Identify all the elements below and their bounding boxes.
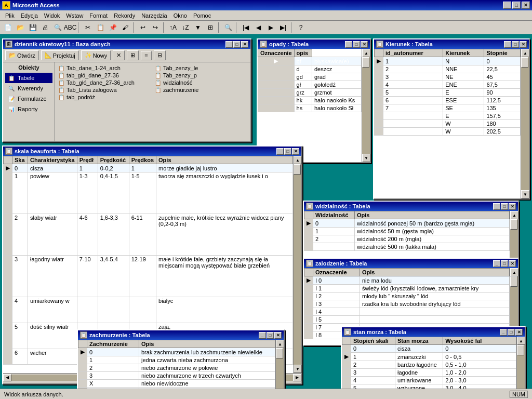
zachmurzenie-close-btn[interactable]: ✕ bbox=[274, 332, 282, 339]
table-row[interactable]: I 2 młody lub " skruszały " lód bbox=[304, 292, 510, 300]
scroll-track[interactable] bbox=[362, 57, 370, 154]
scroll-up-btn[interactable]: ▲ bbox=[521, 49, 529, 57]
tb-copy[interactable]: 📋 bbox=[95, 22, 106, 33]
menu-narzedzia[interactable]: Narzędzia bbox=[138, 11, 170, 20]
table-row[interactable]: hk halo naokoło Ks bbox=[258, 97, 362, 104]
tb-filter[interactable]: ▼ bbox=[192, 22, 204, 33]
table-row[interactable]: X niebo niewidoczne bbox=[78, 380, 275, 388]
table-row[interactable]: 4 ENE 67,5 bbox=[375, 81, 521, 89]
table-row[interactable]: ▶ bf błyskawica(e) bbox=[258, 57, 362, 65]
db-minimize-btn[interactable]: _ bbox=[225, 41, 233, 48]
menu-wstaw[interactable]: Wstaw bbox=[63, 11, 86, 20]
tb-help[interactable]: ? bbox=[295, 22, 307, 33]
table-row[interactable]: 2 słaby wiatr 4-6 1,6-3,3 6-11 zupełnie … bbox=[4, 214, 293, 256]
menu-pomoc[interactable]: Pomoc bbox=[190, 11, 214, 20]
db-delete-btn[interactable]: ✕ bbox=[113, 50, 125, 60]
table-row[interactable]: ▶ 1 zmarszczki 0 - 0,5 bbox=[342, 353, 516, 361]
table-row[interactable]: ▶ I 0 nie ma lodu bbox=[304, 276, 510, 285]
stanmorza-win-buttons[interactable]: _ □ ✕ bbox=[500, 329, 523, 336]
sidebar-tabele[interactable]: 📋 Tabele bbox=[5, 73, 52, 83]
db-extra2-btn[interactable]: ≡ bbox=[141, 51, 151, 60]
opady-win-buttons[interactable]: _ □ ✕ bbox=[345, 41, 368, 48]
list-item[interactable]: 📋 Tab_zenzy_le bbox=[154, 64, 248, 72]
table-row[interactable]: 1 jedna czwarta nieba zachmurzona bbox=[78, 356, 275, 364]
kierunek-max-btn[interactable]: □ bbox=[512, 41, 519, 48]
opady-min-btn[interactable]: _ bbox=[345, 41, 352, 48]
scroll-up-btn[interactable]: ▲ bbox=[276, 340, 284, 348]
tb-find[interactable]: 🔍 bbox=[222, 22, 234, 33]
table-row[interactable]: 0 cisza 0 bbox=[342, 345, 516, 353]
widzialnosc-close-btn[interactable]: ✕ bbox=[509, 203, 516, 210]
close-button[interactable]: ✕ bbox=[522, 2, 530, 9]
table-row[interactable]: 3 łagodne 1,0 - 2,0 bbox=[342, 369, 516, 377]
table-row[interactable]: Z zmienny wygląd nieba bbox=[78, 388, 275, 389]
zachmurzenie-win-buttons[interactable]: _ □ ✕ bbox=[259, 332, 282, 339]
zalodzenie-min-btn[interactable]: _ bbox=[493, 260, 500, 267]
db-close-btn[interactable]: ✕ bbox=[241, 41, 248, 48]
scroll-left-btn[interactable]: ◀ bbox=[3, 374, 11, 381]
db-design-btn[interactable]: 📐 Projektuj bbox=[41, 50, 79, 60]
table-row[interactable]: widzialność 500 m (lakka mała) bbox=[304, 243, 510, 251]
table-row[interactable]: gł gołoledź bbox=[258, 81, 362, 89]
restore-button[interactable]: □ bbox=[512, 2, 521, 9]
table-row[interactable]: I 4 bbox=[304, 308, 510, 316]
table-row[interactable]: 1 powiew 1-3 0,4-1,5 1-5 tworza się zmar… bbox=[4, 172, 293, 214]
table-row[interactable]: 3 niebo zachmurzone w trzech czwartych bbox=[78, 372, 275, 380]
tb-nav2[interactable]: ◀ bbox=[252, 22, 264, 33]
table-row[interactable]: 7 SE 135 bbox=[375, 104, 521, 112]
scroll-down-btn[interactable]: ▼ bbox=[294, 365, 302, 373]
widzialnosc-max-btn[interactable]: □ bbox=[501, 203, 508, 210]
list-item[interactable]: 📋 zachmurzenie bbox=[154, 86, 248, 94]
table-row[interactable]: I 1 świeży lód (kryształki lodowe, zamar… bbox=[304, 285, 510, 292]
table-row[interactable]: ▶ 1 N 0 bbox=[375, 57, 521, 65]
skala-scrollbar[interactable]: ▲ ▼ bbox=[293, 156, 301, 373]
table-row[interactable]: ▶ 0 widzialność ponozej 50 m (bardzo gęs… bbox=[304, 219, 510, 228]
sidebar-formularze[interactable]: 📝 Formularze bbox=[5, 94, 52, 104]
menu-edycja[interactable]: Edycja bbox=[18, 11, 41, 20]
zachmurzenie-scrollbar[interactable]: ▲ ▼ bbox=[275, 340, 284, 389]
table-row[interactable]: W 202,5 bbox=[375, 128, 521, 136]
table-row[interactable]: 2 NNE 22,5 bbox=[375, 65, 521, 73]
table-row[interactable]: ▶ 0 brak zachmurzenia lub zachmurzenie n… bbox=[78, 348, 275, 356]
menu-format[interactable]: Format bbox=[86, 11, 111, 20]
list-item[interactable]: 📋 Tab_głó_dane_27-36_arch bbox=[57, 79, 152, 86]
scroll-up-btn[interactable]: ▲ bbox=[510, 268, 518, 276]
table-row[interactable]: ▶ 0 cisza 1 0-0,2 1 morze gładkie jaj lu… bbox=[4, 164, 293, 172]
zachmurzenie-min-btn[interactable]: _ bbox=[259, 332, 266, 339]
skala-win-buttons[interactable]: _ □ ✕ bbox=[276, 148, 299, 155]
scroll-down-btn[interactable]: ▼ bbox=[521, 190, 529, 198]
db-extra3-btn[interactable]: ⊟ bbox=[154, 50, 166, 60]
sidebar-raporty[interactable]: 📊 Raporty bbox=[5, 104, 52, 114]
table-row[interactable]: 6 ESE 112,5 bbox=[375, 97, 521, 104]
menu-widok[interactable]: Widok bbox=[41, 11, 63, 20]
table-row[interactable]: d deszcz bbox=[258, 65, 362, 73]
tb-nav1[interactable]: |◀ bbox=[240, 22, 251, 33]
tb-undo[interactable]: ↩ bbox=[137, 22, 149, 33]
tb-nav4[interactable]: ▶| bbox=[277, 22, 289, 33]
tb-print[interactable]: 🖨 bbox=[39, 22, 51, 33]
list-item[interactable]: 📋 widzialność bbox=[154, 79, 248, 86]
table-row[interactable]: 4 umiarkowane 2,0 - 3,0 bbox=[342, 377, 516, 384]
tb-preview[interactable]: 🔍 bbox=[52, 22, 63, 33]
skala-max-btn[interactable]: □ bbox=[284, 148, 291, 155]
tb-open[interactable]: 📂 bbox=[15, 22, 26, 33]
list-item[interactable]: 📋 Tab_Lista załogowa bbox=[57, 86, 152, 94]
scroll-track[interactable] bbox=[294, 164, 301, 365]
scroll-right-btn[interactable]: ▶ bbox=[293, 374, 301, 381]
table-row[interactable]: hs halo naokoło Sł bbox=[258, 104, 362, 112]
stanmorza-min-btn[interactable]: _ bbox=[500, 329, 507, 336]
tb-spell[interactable]: ABC bbox=[64, 22, 76, 33]
table-row[interactable]: 3 NE 45 bbox=[375, 73, 521, 81]
table-row[interactable]: grz grzmot bbox=[258, 89, 362, 97]
stanmorza-scrollbar[interactable]: ▲ ▼ bbox=[516, 337, 525, 389]
zalodzenie-win-buttons[interactable]: _ □ ✕ bbox=[493, 260, 516, 267]
menu-plik[interactable]: Plik bbox=[2, 11, 18, 20]
tb-new[interactable]: 📄 bbox=[2, 22, 14, 33]
kierunek-win-buttons[interactable]: _ □ ✕ bbox=[504, 41, 527, 48]
opady-max-btn[interactable]: □ bbox=[353, 41, 360, 48]
tb-redo[interactable]: ↪ bbox=[150, 22, 161, 33]
db-win-buttons[interactable]: _ □ ✕ bbox=[225, 41, 248, 48]
scroll-track[interactable] bbox=[276, 348, 284, 389]
list-item[interactable]: 📋 Tab_dane_1-24_arch bbox=[57, 64, 152, 72]
tb-cut[interactable]: ✂ bbox=[82, 22, 94, 33]
